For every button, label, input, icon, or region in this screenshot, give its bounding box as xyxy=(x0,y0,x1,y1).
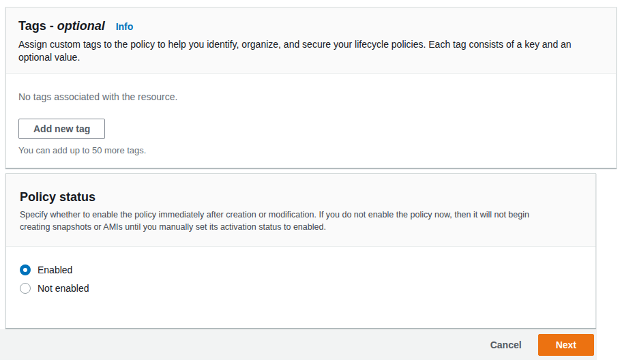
radio-selected-icon[interactable] xyxy=(20,264,31,275)
radio-label-enabled[interactable]: Enabled xyxy=(38,264,72,275)
wizard-footer-bar: Cancel Next xyxy=(0,329,597,360)
tags-title-text: Tags - xyxy=(18,19,54,33)
policy-status-section: Policy status Specify whether to enable … xyxy=(5,173,596,329)
cancel-button[interactable]: Cancel xyxy=(489,335,523,354)
radio-option-not-enabled[interactable]: Not enabled xyxy=(20,283,582,294)
radio-option-enabled[interactable]: Enabled xyxy=(20,264,582,275)
tags-section-header: Tags -optional Info Assign custom tags t… xyxy=(6,7,616,74)
tags-title-optional: optional xyxy=(57,19,105,33)
info-link[interactable]: Info xyxy=(116,21,134,32)
tags-section-title: Tags -optional xyxy=(18,18,105,33)
next-button[interactable]: Next xyxy=(538,334,594,356)
radio-unselected-icon[interactable] xyxy=(20,283,31,294)
policy-status-header: Policy status Specify whether to enable … xyxy=(6,174,595,247)
page: Tags -optional Info Assign custom tags t… xyxy=(0,0,620,364)
add-new-tag-button[interactable]: Add new tag xyxy=(18,119,105,139)
tags-title-row: Tags -optional Info xyxy=(18,18,600,33)
policy-status-description: Specify whether to enable the policy imm… xyxy=(20,209,546,233)
policy-status-body: Enabled Not enabled xyxy=(6,247,595,294)
policy-status-title: Policy status xyxy=(20,190,95,204)
no-tags-message: No tags associated with the resource. xyxy=(18,90,602,104)
radio-label-not-enabled[interactable]: Not enabled xyxy=(38,283,89,294)
tags-section: Tags -optional Info Assign custom tags t… xyxy=(5,7,617,168)
tags-section-body: No tags associated with the resource. Ad… xyxy=(6,74,616,155)
tags-description: Assign custom tags to the policy to help… xyxy=(18,38,600,64)
tags-limit-hint: You can add up to 50 more tags. xyxy=(18,145,602,155)
